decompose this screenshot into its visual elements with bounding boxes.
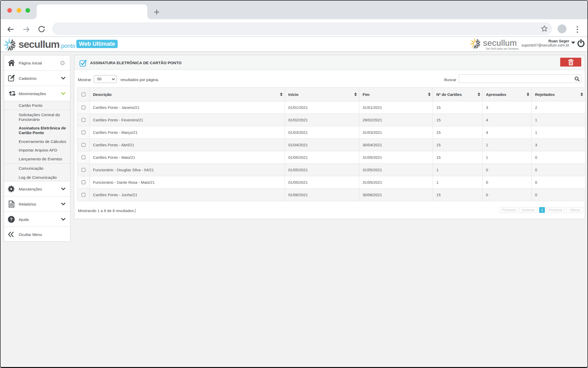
svg-text:?: ? (10, 217, 12, 222)
